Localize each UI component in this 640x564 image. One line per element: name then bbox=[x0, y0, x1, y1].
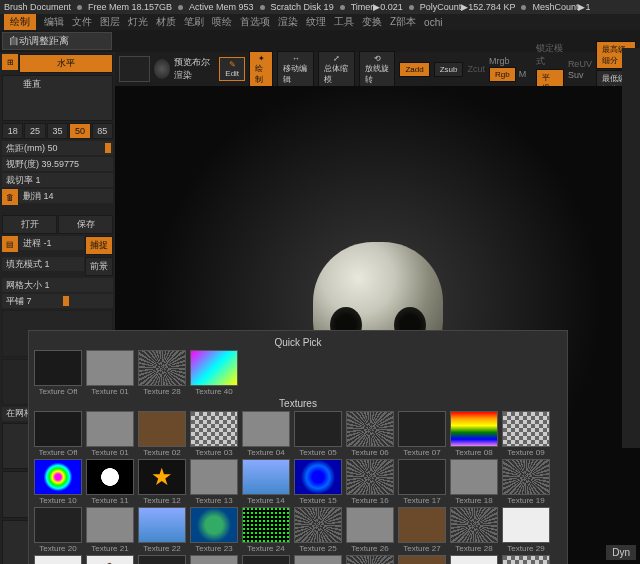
texture-item[interactable]: Texture 02 bbox=[137, 411, 187, 457]
texture-item[interactable]: Texture 07 bbox=[397, 411, 447, 457]
zadd-button[interactable]: Zadd bbox=[399, 62, 429, 77]
texture-item[interactable]: Texture 11 bbox=[85, 459, 135, 505]
tile-slider[interactable]: 平铺 7 bbox=[2, 294, 113, 308]
texture-item[interactable]: Texture 28 bbox=[449, 507, 499, 553]
texture-item[interactable]: Texture 13 bbox=[189, 459, 239, 505]
texture-item[interactable]: Texture 14 bbox=[241, 459, 291, 505]
texture-item[interactable]: Texture 26 bbox=[345, 507, 395, 553]
texture-item[interactable]: Texture 18 bbox=[449, 459, 499, 505]
texture-item[interactable]: Texture 03 bbox=[189, 411, 239, 457]
texture-item[interactable]: Texture 27 bbox=[397, 507, 447, 553]
texture-item[interactable]: Texture 23 bbox=[189, 507, 239, 553]
move-button[interactable]: ↔移动编辑 bbox=[277, 51, 314, 88]
menu-item-10[interactable]: 纹理 bbox=[306, 15, 326, 29]
rgb-button[interactable]: Rgb bbox=[489, 67, 516, 82]
texture-item[interactable]: Texture 17 bbox=[397, 459, 447, 505]
auto-adjust-button[interactable]: 自动调整距离 bbox=[2, 32, 112, 50]
texture-item[interactable]: Texture Off bbox=[33, 350, 83, 396]
m-button[interactable]: M bbox=[517, 67, 529, 82]
vertical-button[interactable]: 垂直 bbox=[2, 75, 113, 121]
fov-slider[interactable]: 视野(度) 39.59775 bbox=[2, 157, 113, 171]
menu-item-2[interactable]: 文件 bbox=[72, 15, 92, 29]
texture-item[interactable]: Texture 20 bbox=[33, 507, 83, 553]
texture-item[interactable]: Texture 40 bbox=[189, 350, 239, 396]
snap-button[interactable]: 捕捉 bbox=[85, 236, 113, 255]
texture-item[interactable]: Texture 10 bbox=[33, 459, 83, 505]
menu-item-7[interactable]: 喷绘 bbox=[212, 15, 232, 29]
texture-item[interactable]: Texture 32 bbox=[137, 555, 187, 564]
menu-item-14[interactable]: ochi bbox=[424, 17, 442, 28]
texture-item[interactable]: Texture 19 bbox=[501, 459, 551, 505]
clip-slider[interactable]: 裁切率 1 bbox=[2, 173, 113, 187]
texture-item[interactable]: Texture 05 bbox=[293, 411, 343, 457]
menu-item-9[interactable]: 渲染 bbox=[278, 15, 298, 29]
texture-item[interactable]: Texture 30 bbox=[33, 555, 83, 564]
save-button[interactable]: 保存 bbox=[58, 215, 113, 234]
texture-item[interactable]: Texture 16 bbox=[345, 459, 395, 505]
texture-item[interactable]: Texture 35 bbox=[293, 555, 343, 564]
progress-slider[interactable]: 进程 -1 bbox=[19, 236, 84, 250]
focal-preset-85[interactable]: 85 bbox=[92, 123, 113, 139]
texture-item[interactable]: Texture 21 bbox=[85, 507, 135, 553]
mrgb-button[interactable]: Mrgb bbox=[489, 56, 528, 66]
texture-item[interactable]: Texture 01 bbox=[85, 411, 135, 457]
menu-item-1[interactable]: 编辑 bbox=[44, 15, 64, 29]
texture-item[interactable]: Texture 09 bbox=[501, 411, 551, 457]
texture-item[interactable]: Texture 22 bbox=[137, 507, 187, 553]
rotate-button[interactable]: ⟲放线旋转 bbox=[359, 51, 396, 88]
right-tool-strip[interactable] bbox=[622, 48, 640, 448]
delete-slider[interactable]: 删消 14 bbox=[19, 189, 113, 203]
brush-preview-icon[interactable] bbox=[119, 56, 150, 82]
progress-icon[interactable]: ▤ bbox=[2, 236, 18, 252]
axis-icon[interactable]: ⊞ bbox=[2, 54, 18, 70]
menu-item-0[interactable]: 绘制 bbox=[4, 14, 36, 30]
menu-item-8[interactable]: 首选项 bbox=[240, 15, 270, 29]
suv-button[interactable]: Suv bbox=[568, 70, 592, 80]
edit-button[interactable]: ✎Edit bbox=[219, 57, 245, 81]
fillmode-slider[interactable]: 填充模式 1 bbox=[2, 257, 84, 271]
menu-item-12[interactable]: 变换 bbox=[362, 15, 382, 29]
menu-item-11[interactable]: 工具 bbox=[334, 15, 354, 29]
texture-item[interactable]: Texture 36 bbox=[345, 555, 395, 564]
status-scratch: Scratch Disk 19 bbox=[271, 2, 334, 12]
focal-preset-25[interactable]: 25 bbox=[24, 123, 45, 139]
texture-item[interactable]: Texture 15 bbox=[293, 459, 343, 505]
texture-item[interactable]: Texture 06 bbox=[345, 411, 395, 457]
texture-item[interactable]: Texture 33 bbox=[189, 555, 239, 564]
texture-item[interactable]: ★Texture 12 bbox=[137, 459, 187, 505]
menu-item-3[interactable]: 图层 bbox=[100, 15, 120, 29]
scale-button[interactable]: ⤢总体缩模 bbox=[318, 51, 355, 88]
texture-item[interactable]: Texture 39 bbox=[501, 555, 551, 564]
menu-item-4[interactable]: 灯光 bbox=[128, 15, 148, 29]
zcut-label[interactable]: Zcut bbox=[467, 64, 485, 74]
horizontal-button[interactable]: 水平 bbox=[19, 54, 113, 73]
texture-item[interactable]: Texture 34 bbox=[241, 555, 291, 564]
texture-item[interactable]: Texture 38 bbox=[449, 555, 499, 564]
focal-slider[interactable]: 焦距(mm) 50 bbox=[2, 141, 113, 155]
texture-item[interactable]: Texture 37 bbox=[397, 555, 447, 564]
open-button[interactable]: 打开 bbox=[2, 215, 57, 234]
menu-item-5[interactable]: 材质 bbox=[156, 15, 176, 29]
resuv-button[interactable]: ReUV bbox=[568, 59, 592, 69]
draw-button[interactable]: ✦绘制 bbox=[249, 51, 273, 88]
texture-item[interactable]: Texture 24 bbox=[241, 507, 291, 553]
zsub-button[interactable]: Zsub bbox=[434, 62, 464, 77]
texture-item[interactable]: Texture 29 bbox=[501, 507, 551, 553]
texture-item[interactable]: 🏃Texture 31 bbox=[85, 555, 135, 564]
texture-item[interactable]: Texture 01 bbox=[85, 350, 135, 396]
texture-item[interactable]: Texture 25 bbox=[293, 507, 343, 553]
texture-item[interactable]: Texture Off bbox=[33, 411, 83, 457]
trash-icon[interactable]: 🗑 bbox=[2, 189, 18, 205]
texture-item[interactable]: Texture 08 bbox=[449, 411, 499, 457]
dyn-button[interactable]: Dyn bbox=[606, 545, 636, 560]
foreground-button[interactable]: 前景 bbox=[85, 257, 113, 276]
material-sphere-icon[interactable] bbox=[154, 59, 169, 79]
focal-preset-50[interactable]: 50 bbox=[69, 123, 90, 139]
menu-item-13[interactable]: Z部本 bbox=[390, 15, 416, 29]
focal-preset-35[interactable]: 35 bbox=[47, 123, 68, 139]
focal-preset-18[interactable]: 18 bbox=[2, 123, 23, 139]
menu-item-6[interactable]: 笔刷 bbox=[184, 15, 204, 29]
texture-item[interactable]: Texture 28 bbox=[137, 350, 187, 396]
texture-item[interactable]: Texture 04 bbox=[241, 411, 291, 457]
gridsize-slider[interactable]: 网格大小 1 bbox=[2, 278, 113, 292]
